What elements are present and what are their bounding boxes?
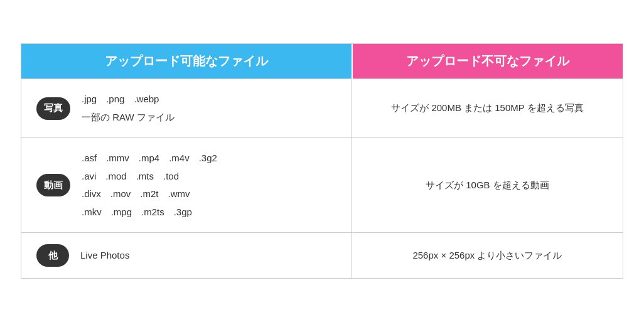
- left-cell-other: 他Live Photos: [21, 233, 352, 278]
- formats-video: .asf .mmv .mp4 .m4v .3g2.avi .mod .mts .…: [82, 149, 217, 221]
- uploadable-header: アップロード可能なファイル: [21, 44, 352, 79]
- left-cell-video: 動画.asf .mmv .mp4 .m4v .3g2.avi .mod .mts…: [21, 138, 352, 232]
- right-cell-other: 256px × 256px より小さいファイル: [352, 233, 623, 279]
- badge-other: 他: [36, 244, 69, 267]
- formats-other: Live Photos: [80, 247, 129, 265]
- not-uploadable-header: アップロード不可なファイル: [352, 44, 623, 79]
- badge-photo: 写真: [36, 97, 70, 120]
- table-row-photo: 写真.jpg .png .webp一部の RAW ファイルサイズが 200MB …: [21, 79, 623, 138]
- left-cell-photo: 写真.jpg .png .webp一部の RAW ファイル: [21, 79, 352, 137]
- table-row-other: 他Live Photos256px × 256px より小さいファイル: [21, 233, 623, 279]
- badge-video: 動画: [36, 174, 70, 196]
- file-upload-table: アップロード可能なファイル アップロード不可なファイル 写真.jpg .png …: [21, 43, 623, 279]
- right-cell-photo: サイズが 200MB または 150MP を超える写真: [352, 79, 623, 138]
- right-cell-video: サイズが 10GB を超える動画: [352, 138, 623, 233]
- table-row-video: 動画.asf .mmv .mp4 .m4v .3g2.avi .mod .mts…: [21, 138, 623, 233]
- formats-photo: .jpg .png .webp一部の RAW ファイル: [82, 90, 174, 126]
